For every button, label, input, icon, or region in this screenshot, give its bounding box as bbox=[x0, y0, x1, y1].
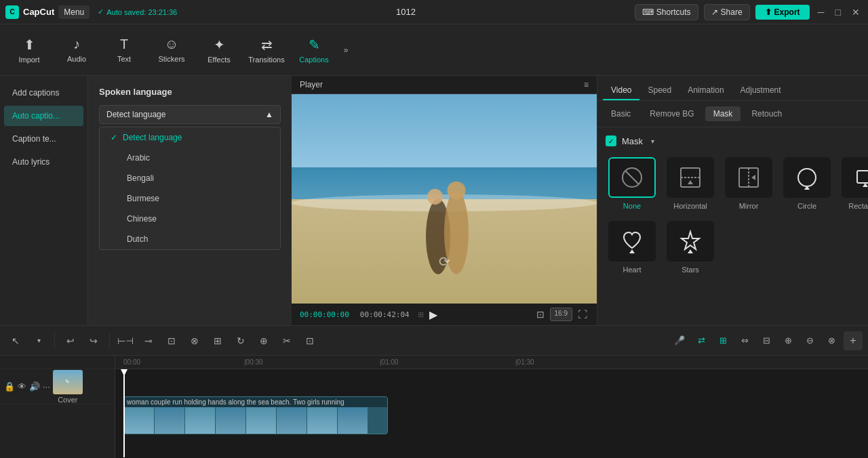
sub-tab-mask[interactable]: Mask bbox=[705, 106, 741, 121]
tab-speed[interactable]: Speed bbox=[639, 81, 679, 100]
lang-option-bengali[interactable]: Bengali bbox=[100, 168, 280, 188]
detect-language-select[interactable]: Detect language ▲ bbox=[99, 105, 281, 124]
audio-track-icon[interactable]: 🔊 bbox=[29, 381, 40, 392]
crop-track-button[interactable]: ⊟ bbox=[757, 331, 776, 350]
cover-label: Cover bbox=[58, 396, 77, 404]
loop-button[interactable]: ↻ bbox=[231, 331, 251, 351]
redo-button[interactable]: ↪ bbox=[83, 331, 104, 351]
toolbar-import[interactable]: ⬆ Import bbox=[5, 28, 53, 72]
mask-dropdown-icon[interactable]: ▾ bbox=[651, 138, 654, 145]
split-button[interactable]: ⊢⊣ bbox=[115, 331, 136, 351]
track-thumb-5 bbox=[246, 407, 276, 434]
sub-tab-remove-bg[interactable]: Remove BG bbox=[642, 106, 702, 121]
mask-horizontal[interactable]: Horizontal bbox=[664, 154, 717, 213]
toolbar-captions[interactable]: ✎ Captions bbox=[290, 28, 338, 72]
effects-label: Effects bbox=[208, 56, 230, 64]
mask-circle-label: Circle bbox=[797, 202, 816, 210]
select-mode-btn[interactable]: ▾ bbox=[28, 331, 49, 351]
lang-option-dutch[interactable]: Dutch bbox=[100, 229, 280, 249]
keyboard-icon: ⌨ bbox=[642, 7, 654, 17]
mask-enable-checkbox[interactable]: ✓ bbox=[606, 136, 616, 146]
mask-stars[interactable]: Stars bbox=[664, 218, 717, 276]
sub-tab-retouch[interactable]: Retouch bbox=[743, 106, 790, 121]
sub-tab-basic[interactable]: Basic bbox=[603, 106, 639, 121]
settings-button[interactable]: ⊗ bbox=[822, 331, 841, 350]
stickers-label: Stickers bbox=[158, 55, 184, 63]
lang-option-arabic[interactable]: Arabic bbox=[100, 148, 280, 168]
crop-icon[interactable]: ⊡ bbox=[535, 308, 546, 321]
export-icon: ⬆ bbox=[765, 7, 772, 17]
add-track-button[interactable]: ⊕ bbox=[778, 331, 797, 350]
more-options-icon[interactable]: ··· bbox=[43, 381, 50, 392]
time-total: 00:00:42:04 bbox=[360, 310, 410, 319]
mask-heart-label: Heart bbox=[623, 266, 642, 274]
close-button[interactable]: ✕ bbox=[849, 5, 863, 19]
tab-video[interactable]: Video bbox=[603, 81, 639, 100]
audio-label: Audio bbox=[67, 55, 86, 63]
zoom-in-button[interactable]: + bbox=[844, 331, 863, 350]
track-thumb-7 bbox=[307, 407, 337, 434]
remove-track-button[interactable]: ⊖ bbox=[800, 331, 819, 350]
play-button[interactable]: ▶ bbox=[429, 308, 437, 321]
add-captions-button[interactable]: Add captions bbox=[4, 83, 83, 103]
toolbar-text[interactable]: T Text bbox=[100, 28, 148, 72]
ruler-mark-30: |00:30 bbox=[244, 358, 263, 366]
tab-animation[interactable]: Animation bbox=[679, 81, 732, 100]
toolbar-audio[interactable]: ♪ Audio bbox=[53, 28, 100, 72]
align-button[interactable]: ⇔ bbox=[735, 331, 754, 350]
stickers-icon: ☺ bbox=[165, 37, 178, 52]
shield-button[interactable]: ⊗ bbox=[184, 331, 205, 351]
logo-icon: C bbox=[5, 5, 19, 19]
caption-te-button[interactable]: Caption te... bbox=[4, 129, 83, 149]
auto-caption-button[interactable]: Auto captio... bbox=[4, 106, 83, 126]
select-tool[interactable]: ↖ bbox=[5, 331, 26, 351]
undo-button[interactable]: ↩ bbox=[60, 331, 81, 351]
toolbar-transitions[interactable]: ⇄ Transitions bbox=[243, 28, 290, 72]
import-icon: ⬆ bbox=[24, 37, 35, 53]
crop-tool[interactable]: ✂ bbox=[277, 331, 297, 351]
lang-option-burmese[interactable]: Burmese bbox=[100, 188, 280, 209]
shortcuts-button[interactable]: ⌨ Shortcuts bbox=[635, 4, 698, 20]
toolbar-stickers[interactable]: ☺ Stickers bbox=[148, 28, 195, 72]
link-tracks-button[interactable]: ⇄ bbox=[692, 331, 711, 350]
auto-lyrics-button[interactable]: Auto lyrics bbox=[4, 152, 83, 172]
visibility-icon[interactable]: 👁 bbox=[18, 381, 26, 392]
transform-tool[interactable]: ⊡ bbox=[300, 331, 320, 351]
share-button[interactable]: ↗ Share bbox=[704, 4, 750, 20]
player-panel: Player ≡ ⟳ bbox=[292, 76, 597, 325]
grid-button[interactable]: ⊞ bbox=[713, 331, 732, 350]
delete-button[interactable]: ⊡ bbox=[161, 331, 182, 351]
tab-adjustment[interactable]: Adjustment bbox=[732, 81, 789, 100]
lang-option-detect[interactable]: ✓ Detect language bbox=[100, 127, 280, 148]
menu-button[interactable]: Menu bbox=[58, 5, 90, 19]
microphone-button[interactable]: 🎤 bbox=[670, 331, 689, 350]
player-menu-icon[interactable]: ≡ bbox=[584, 80, 589, 89]
rotate-control-icon[interactable]: ⟳ bbox=[439, 253, 450, 270]
mask-mirror-box bbox=[725, 157, 772, 198]
lang-option-chinese[interactable]: Chinese bbox=[100, 209, 280, 229]
mask-mirror[interactable]: Mirror bbox=[722, 154, 775, 213]
minimize-button[interactable]: ─ bbox=[815, 5, 827, 19]
track-thumb-8 bbox=[338, 407, 368, 434]
ruler-mark-60: |01:00 bbox=[380, 358, 399, 366]
video-track[interactable]: woman couple run holding hands along the… bbox=[123, 396, 388, 434]
flip-button[interactable]: ⊕ bbox=[254, 331, 274, 351]
mask-rectangle-label: Rectangle bbox=[848, 202, 868, 210]
right-tabs: Video Speed Animation Adjustment bbox=[597, 76, 868, 101]
split-mode[interactable]: ⊸ bbox=[138, 331, 159, 351]
maximize-button[interactable]: □ bbox=[833, 5, 844, 19]
export-button[interactable]: ⬆ Export bbox=[755, 5, 810, 20]
playhead[interactable] bbox=[123, 369, 125, 457]
toolbar-effects[interactable]: ✦ Effects bbox=[195, 28, 243, 72]
mask-rectangle[interactable]: Rectangle bbox=[839, 154, 868, 213]
app-logo: C CapCut bbox=[5, 5, 54, 19]
mask-heart[interactable]: Heart bbox=[606, 218, 658, 276]
mask-none[interactable]: None bbox=[606, 154, 658, 213]
time-ruler: 00:00 |00:30 |01:00 |01:30 bbox=[115, 356, 868, 369]
frame-button[interactable]: ⊞ bbox=[208, 331, 228, 351]
fullscreen-icon[interactable]: ⛶ bbox=[576, 308, 589, 321]
toolbar-more-button[interactable]: » bbox=[338, 37, 354, 64]
mask-circle[interactable]: Circle bbox=[781, 154, 833, 213]
lock-icon[interactable]: 🔒 bbox=[4, 381, 15, 392]
svg-line-5 bbox=[625, 171, 639, 184]
